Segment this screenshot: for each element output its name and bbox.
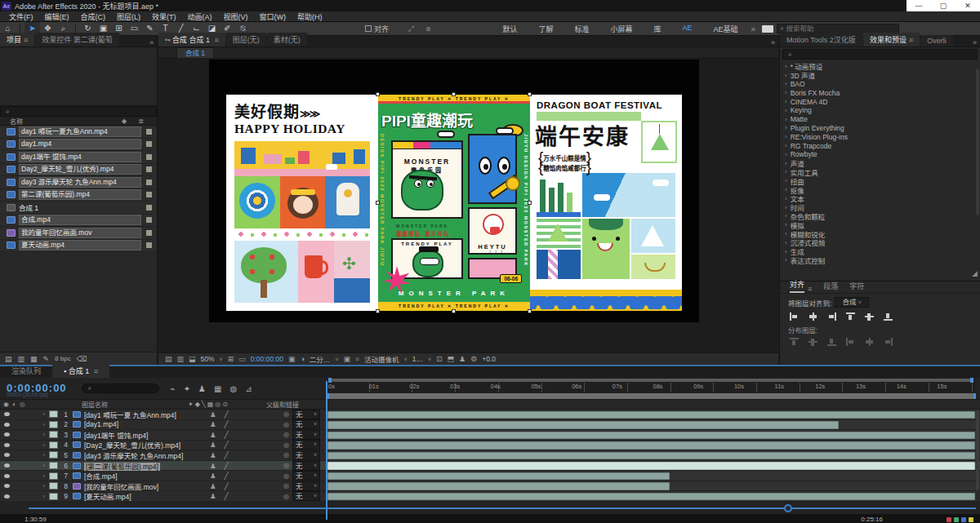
pickwhip-icon[interactable]: ◎ — [283, 482, 289, 490]
project-item-row[interactable]: 合成.mp4 — [0, 215, 157, 228]
distribute-v-center-button[interactable] — [808, 338, 817, 346]
panel-menu-icon[interactable]: ≡ — [24, 36, 28, 44]
shape-tool-icon[interactable]: ▭ — [127, 22, 142, 35]
selection-handle[interactable] — [376, 309, 380, 313]
effects-category[interactable]: › Rowbyte — [780, 150, 976, 159]
layer-color-swatch[interactable] — [49, 441, 58, 449]
layer-color-swatch[interactable] — [49, 451, 58, 459]
layer-color-swatch[interactable] — [49, 421, 58, 428]
timeline-scrollbar[interactable] — [976, 410, 979, 491]
effects-category[interactable]: › * 动画预设 — [780, 62, 976, 71]
menu-item[interactable]: 文件(F) — [3, 11, 39, 22]
effects-category[interactable]: › RG Trapcode — [780, 141, 976, 150]
twirl-icon[interactable]: › — [785, 265, 787, 266]
view-layout-select[interactable]: 1… — [412, 355, 423, 363]
twirl-icon[interactable]: › — [785, 248, 787, 255]
project-item-row[interactable]: day1 嘚玩一夏九鱼Ann.mp4 — [0, 126, 157, 139]
new-folder-icon[interactable]: ▥ — [18, 355, 25, 363]
effects-category[interactable]: › 实用工具 — [780, 168, 976, 177]
project-item-row[interactable]: 第二课(葡萄乐园).mp4 — [0, 189, 157, 202]
poster-pipi-trendy-play[interactable]: TRENDY PLAY ✕ TRENDY PLAY ✕ TRENDY PLAY … — [378, 95, 530, 311]
menu-item[interactable]: 合成(C) — [75, 11, 112, 22]
selection-handle[interactable] — [376, 92, 380, 96]
visibility-eye-icon[interactable] — [4, 412, 10, 416]
twirl-icon[interactable]: › — [785, 133, 787, 140]
twirl-icon[interactable]: › — [785, 124, 787, 131]
effects-category[interactable]: › 抠像 — [780, 185, 976, 194]
effects-category[interactable]: › Boris FX Mocha — [780, 88, 976, 97]
parent-select[interactable]: 无˅ — [292, 410, 320, 419]
close-button[interactable]: ✕ — [956, 0, 980, 11]
panel-overflow-icon[interactable]: » — [768, 38, 778, 47]
layer-duration-bar[interactable] — [327, 432, 975, 440]
workspace-overflow-icon[interactable]: » — [751, 24, 756, 33]
progress-handle[interactable] — [784, 504, 792, 512]
tab-timeline-comp[interactable]: ▪ 合成 1 ≡ — [52, 364, 109, 378]
label-color-badge[interactable] — [146, 154, 152, 160]
layer-bar-row[interactable] — [327, 461, 976, 472]
parent-select[interactable]: 无˅ — [292, 491, 320, 501]
effects-category[interactable]: › 表达式控制 — [780, 256, 976, 265]
align-toggle[interactable]: 对齐 — [365, 24, 389, 34]
roi-icon[interactable]: ▣ — [343, 355, 350, 363]
effects-category[interactable]: › 时间 — [780, 203, 976, 212]
layer-switches[interactable]: ♟╱ — [205, 451, 283, 459]
parent-select[interactable]: 无˅ — [292, 461, 320, 471]
twirl-icon[interactable]: › — [785, 151, 787, 158]
layer-duration-bar[interactable] — [327, 411, 975, 419]
current-time-indicator[interactable] — [326, 381, 327, 520]
distribute-right-button[interactable] — [884, 338, 893, 346]
mask-visibility-icon[interactable]: ▭ — [238, 355, 246, 363]
timeline-jump-icon[interactable]: ♟ — [459, 355, 466, 363]
panel-menu-icon[interactable]: ≡ — [909, 36, 913, 44]
expand-icons[interactable]: ⤢ ⊞ — [408, 24, 435, 33]
tab-project[interactable]: 项目≡ — [0, 33, 34, 47]
pickwhip-icon[interactable]: ◎ — [283, 431, 289, 438]
graph-editor-icon[interactable]: ⊿ — [245, 384, 252, 393]
workspace-tab[interactable]: AE — [673, 24, 702, 34]
layer-duration-bar[interactable] — [327, 452, 975, 460]
pickwhip-icon[interactable]: ◎ — [283, 462, 289, 469]
twirl-icon[interactable]: › — [785, 186, 787, 193]
panel-overflow-icon[interactable]: » — [969, 38, 980, 47]
pickwhip-icon[interactable]: ◎ — [283, 472, 289, 480]
active-camera-select[interactable]: 活动摄像机 — [364, 354, 399, 364]
workspace-tab[interactable]: 小屏幕 — [601, 24, 643, 34]
twirl-icon[interactable]: › — [785, 177, 787, 184]
layer-name[interactable]: [第二课(葡萄乐园).mp4] — [84, 461, 205, 471]
distribute-left-button[interactable] — [846, 338, 855, 346]
layer-switches[interactable]: ♟╱ — [205, 410, 283, 419]
snapshot-camera-icon[interactable]: ▣ — [288, 355, 296, 363]
tab-layer[interactable]: 图层(无) — [226, 33, 266, 47]
project-item-row[interactable]: 我的童年回忆画面.mov — [0, 227, 157, 240]
effects-category[interactable]: › CINEMA 4D — [780, 97, 976, 106]
tab-overflow[interactable]: Overli — [920, 35, 953, 47]
project-item-row[interactable]: 合成 1 — [0, 202, 157, 215]
magnification-select[interactable]: 50% — [201, 355, 215, 363]
layer-bar-row[interactable] — [327, 420, 976, 431]
interpret-footage-icon[interactable]: ▤ — [5, 355, 12, 363]
grid-guides-icon[interactable]: ⊞ — [228, 355, 234, 363]
tab-motion-tools[interactable]: Motion Tools 2汉化版 — [780, 33, 862, 47]
twirl-icon[interactable]: › — [785, 63, 787, 70]
menu-item[interactable]: 图层(L) — [111, 11, 146, 22]
menu-item[interactable]: 窗口(W) — [254, 11, 292, 22]
expand-arrow-icon[interactable]: › — [39, 432, 49, 437]
parent-select[interactable]: 无˅ — [292, 450, 320, 460]
expand-arrow-icon[interactable]: › — [39, 452, 49, 458]
distribute-top-button[interactable] — [790, 338, 799, 346]
layer-duration-bar[interactable] — [327, 482, 670, 490]
selection-handle[interactable] — [452, 309, 456, 313]
layer-bar-row[interactable] — [327, 471, 976, 481]
parent-select[interactable]: 无˅ — [292, 471, 320, 481]
menu-item[interactable]: 帮助(H) — [292, 11, 328, 22]
layer-name[interactable]: [day1 嘚玩一夏 九鱼Ann.mp4] — [84, 410, 205, 419]
align-v-center-button[interactable] — [865, 312, 874, 321]
label-color-badge[interactable] — [146, 129, 152, 135]
tab-composition[interactable]: •▪ 合成 合成 1 ≡ — [158, 33, 225, 47]
effects-search[interactable]: ⌕ — [782, 49, 978, 60]
layer-switches[interactable]: ♟╱ — [205, 492, 283, 500]
visibility-eye-icon[interactable] — [4, 474, 10, 478]
layer-color-swatch[interactable] — [49, 431, 58, 438]
align-h-center-button[interactable] — [808, 312, 817, 321]
